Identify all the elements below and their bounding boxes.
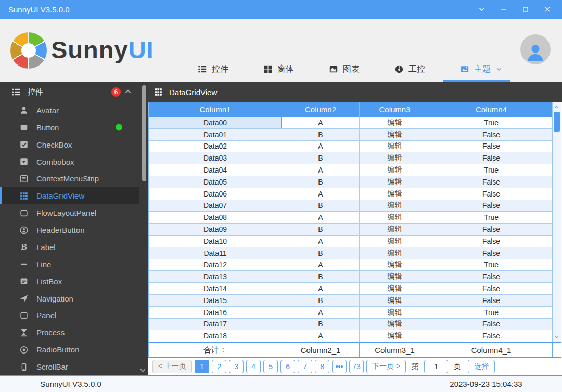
nav-tab-4[interactable]: 主题: [454, 64, 519, 75]
page-button-6[interactable]: 6: [280, 360, 295, 373]
table-cell[interactable]: 编辑: [360, 188, 430, 200]
sidebar-item-button[interactable]: Button: [0, 119, 139, 136]
table-cell[interactable]: Data02: [149, 141, 282, 153]
nav-tab-3[interactable]: 工控: [388, 64, 454, 75]
table-cell[interactable]: B: [282, 129, 360, 141]
table-cell[interactable]: A: [282, 164, 360, 176]
page-button-5[interactable]: 5: [263, 360, 278, 373]
grid-column-header[interactable]: Column1: [149, 102, 282, 117]
table-cell[interactable]: B: [282, 295, 360, 307]
sidebar-item-checkbox[interactable]: CheckBox: [0, 136, 139, 153]
table-cell[interactable]: False: [430, 295, 553, 307]
sidebar-scrollbar[interactable]: [142, 84, 147, 365]
table-cell[interactable]: 编辑: [360, 330, 430, 342]
sidebar-item-datagridview[interactable]: DataGridView: [0, 187, 139, 204]
table-cell[interactable]: B: [282, 224, 360, 236]
nav-tab-2[interactable]: 图表: [323, 64, 388, 75]
table-cell[interactable]: Data08: [149, 212, 282, 224]
table-cell[interactable]: False: [430, 224, 553, 236]
table-cell[interactable]: 编辑: [360, 129, 430, 141]
table-cell[interactable]: A: [282, 188, 360, 200]
table-cell[interactable]: B: [282, 271, 360, 283]
sidebar-item-contextmenustrip[interactable]: ContextMenuStrip: [0, 171, 139, 188]
sidebar-item-line[interactable]: Line: [0, 256, 139, 273]
table-cell[interactable]: False: [430, 176, 553, 188]
table-cell[interactable]: Data09: [149, 224, 282, 236]
table-cell[interactable]: 编辑: [360, 164, 430, 176]
page-button-73[interactable]: 73: [349, 360, 364, 373]
table-cell[interactable]: Data10: [149, 236, 282, 247]
table-cell[interactable]: Data11: [149, 247, 282, 259]
table-cell[interactable]: A: [282, 236, 360, 247]
table-cell[interactable]: B: [282, 247, 360, 259]
table-cell[interactable]: True: [430, 212, 553, 224]
table-cell[interactable]: A: [282, 141, 360, 153]
user-avatar[interactable]: [520, 34, 551, 64]
table-cell[interactable]: False: [430, 200, 553, 212]
sidebar-item-label[interactable]: BLabel: [0, 239, 139, 256]
sidebar-item-listbox[interactable]: ListBox: [0, 273, 139, 290]
sidebar-item-headerbutton[interactable]: HeaderButton: [0, 221, 139, 239]
sidebar-group-header[interactable]: 控件 6: [0, 82, 148, 102]
sidebar-item-navigation[interactable]: Navigation: [0, 290, 139, 307]
grid-column-header[interactable]: Column4: [430, 102, 553, 117]
sidebar-item-combobox[interactable]: Combobox: [0, 153, 139, 171]
table-cell[interactable]: False: [430, 129, 553, 141]
close-icon[interactable]: [541, 3, 554, 16]
sidebar-item-process[interactable]: Process: [0, 324, 139, 341]
page-button-3[interactable]: 3: [229, 360, 244, 373]
table-cell[interactable]: Data01: [149, 129, 282, 141]
table-cell[interactable]: False: [430, 152, 553, 164]
table-cell[interactable]: True: [430, 117, 553, 129]
grid-column-header[interactable]: Column3: [360, 102, 430, 117]
chevron-down-icon[interactable]: [476, 3, 488, 16]
table-cell[interactable]: 编辑: [360, 212, 430, 224]
table-cell[interactable]: Data07: [149, 200, 282, 212]
table-cell[interactable]: False: [430, 330, 553, 342]
table-cell[interactable]: A: [282, 283, 360, 295]
table-cell[interactable]: 编辑: [360, 152, 430, 164]
maximize-icon[interactable]: [519, 3, 532, 16]
table-cell[interactable]: False: [430, 319, 553, 331]
table-cell[interactable]: B: [282, 152, 360, 164]
chevron-down-icon[interactable]: [139, 367, 147, 374]
sidebar-item-flowlayoutpanel[interactable]: FlowLayoutPanel: [0, 204, 139, 221]
table-cell[interactable]: Data15: [149, 295, 282, 307]
table-cell[interactable]: 编辑: [360, 224, 430, 236]
table-cell[interactable]: False: [430, 188, 553, 200]
chevron-up-icon[interactable]: [554, 104, 560, 110]
table-cell[interactable]: Data04: [149, 164, 282, 176]
chevron-down-icon[interactable]: [495, 66, 503, 73]
table-cell[interactable]: False: [430, 271, 553, 283]
page-select-button[interactable]: 选择: [468, 360, 495, 373]
grid-column-header[interactable]: Column2: [282, 102, 360, 117]
table-cell[interactable]: True: [430, 307, 553, 319]
table-cell[interactable]: 编辑: [360, 247, 430, 259]
table-cell[interactable]: False: [430, 236, 553, 247]
table-cell[interactable]: A: [282, 212, 360, 224]
table-cell[interactable]: B: [282, 176, 360, 188]
minimize-icon[interactable]: [497, 3, 510, 16]
nav-tab-1[interactable]: 窗体: [257, 64, 323, 75]
sidebar-item-avatar[interactable]: Avatar: [0, 102, 139, 119]
page-button-1[interactable]: 1: [195, 360, 209, 373]
table-cell[interactable]: False: [430, 247, 553, 259]
table-cell[interactable]: 编辑: [360, 259, 430, 271]
ellipsis-page-button[interactable]: •••: [332, 360, 347, 373]
selected-cell[interactable]: Data00: [149, 117, 282, 129]
table-cell[interactable]: 编辑: [360, 236, 430, 247]
table-cell[interactable]: A: [282, 307, 360, 319]
table-cell[interactable]: 编辑: [360, 271, 430, 283]
table-cell[interactable]: 编辑: [360, 307, 430, 319]
table-cell[interactable]: Data13: [149, 271, 282, 283]
chevron-down-icon[interactable]: [554, 334, 560, 340]
table-cell[interactable]: 编辑: [360, 200, 430, 212]
table-cell[interactable]: B: [282, 200, 360, 212]
table-cell[interactable]: 编辑: [360, 283, 430, 295]
nav-tab-0[interactable]: 控件: [191, 64, 257, 75]
table-cell[interactable]: A: [282, 259, 360, 271]
table-cell[interactable]: B: [282, 319, 360, 331]
page-number-input[interactable]: [424, 360, 448, 373]
table-cell[interactable]: False: [430, 283, 553, 295]
table-cell[interactable]: Data18: [149, 330, 282, 342]
